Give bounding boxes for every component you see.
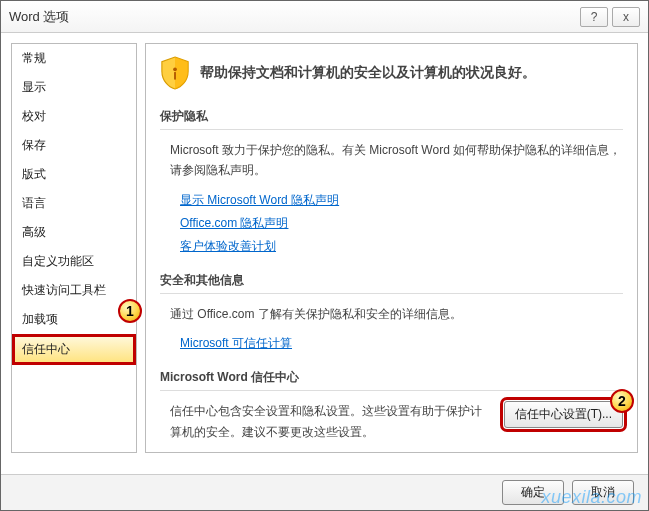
link-word-privacy[interactable]: 显示 Microsoft Word 隐私声明 [180,192,339,209]
options-dialog: Word 选项 ? x 常规显示校对保存版式语言高级自定义功能区快速访问工具栏加… [0,0,649,511]
category-sidebar: 常规显示校对保存版式语言高级自定义功能区快速访问工具栏加载项信任中心 [11,43,137,453]
close-button[interactable]: x [612,7,640,27]
divider [160,390,623,391]
sidebar-item-1[interactable]: 显示 [12,73,136,102]
privacy-heading: 保护隐私 [160,108,623,125]
dialog-body: 常规显示校对保存版式语言高级自定义功能区快速访问工具栏加载项信任中心 帮助保持文… [1,33,648,463]
sidebar-item-5[interactable]: 语言 [12,189,136,218]
svg-rect-1 [174,72,176,80]
annotation-marker-1: 1 [118,299,142,323]
link-trustworthy-computing[interactable]: Microsoft 可信任计算 [180,335,292,352]
help-button[interactable]: ? [580,7,608,27]
cancel-button[interactable]: 取消 [572,480,634,505]
sidebar-item-10[interactable]: 信任中心 [12,334,136,365]
divider [160,293,623,294]
dialog-footer: 确定 取消 [1,474,648,510]
shield-icon [160,56,190,90]
hero: 帮助保持文档和计算机的安全以及计算机的状况良好。 [160,56,623,90]
sidebar-item-7[interactable]: 自定义功能区 [12,247,136,276]
security-heading: 安全和其他信息 [160,272,623,289]
trust-center-settings-button[interactable]: 信任中心设置(T)... [504,401,623,428]
security-text: 通过 Office.com 了解有关保护隐私和安全的详细信息。 [170,304,623,324]
sidebar-item-0[interactable]: 常规 [12,44,136,73]
titlebar: Word 选项 ? x [1,1,648,33]
link-ceip[interactable]: 客户体验改善计划 [180,238,276,255]
sidebar-item-3[interactable]: 保存 [12,131,136,160]
security-links: Microsoft 可信任计算 [180,332,623,355]
privacy-text: Microsoft 致力于保护您的隐私。有关 Microsoft Word 如何… [170,140,623,181]
svg-point-0 [173,67,177,71]
annotation-marker-2: 2 [610,389,634,413]
link-office-privacy[interactable]: Office.com 隐私声明 [180,215,288,232]
ok-button[interactable]: 确定 [502,480,564,505]
sidebar-item-4[interactable]: 版式 [12,160,136,189]
hero-text: 帮助保持文档和计算机的安全以及计算机的状况良好。 [200,64,536,82]
trust-text: 信任中心包含安全设置和隐私设置。这些设置有助于保护计算机的安全。建议不要更改这些… [170,401,494,442]
content-panel: 帮助保持文档和计算机的安全以及计算机的状况良好。 保护隐私 Microsoft … [145,43,638,453]
trust-row: 信任中心包含安全设置和隐私设置。这些设置有助于保护计算机的安全。建议不要更改这些… [170,401,623,442]
divider [160,129,623,130]
sidebar-item-8[interactable]: 快速访问工具栏 [12,276,136,305]
trust-heading: Microsoft Word 信任中心 [160,369,623,386]
sidebar-item-6[interactable]: 高级 [12,218,136,247]
dialog-title: Word 选项 [9,8,576,26]
privacy-links: 显示 Microsoft Word 隐私声明 Office.com 隐私声明 客… [180,189,623,258]
sidebar-item-2[interactable]: 校对 [12,102,136,131]
